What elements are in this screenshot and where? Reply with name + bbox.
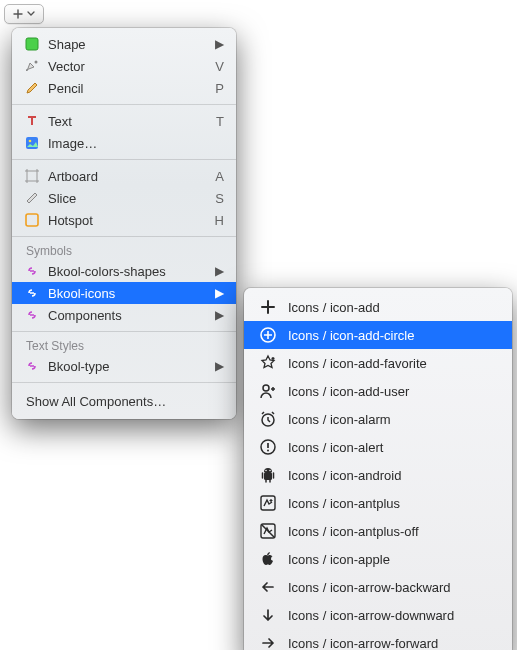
submenu-item-label: Icons / icon-apple <box>288 552 390 567</box>
submenu-item-label: Icons / icon-android <box>288 468 401 483</box>
vector-pen-icon <box>24 58 40 74</box>
menu-item-shortcut: S <box>215 191 224 206</box>
menu-item-slice[interactable]: SliceS <box>12 187 236 209</box>
svg-rect-5 <box>26 214 38 226</box>
svg-rect-0 <box>26 38 38 50</box>
symbol-link-icon <box>24 307 40 323</box>
submenu-item-label: Icons / icon-alarm <box>288 412 391 427</box>
menu-item-label: Slice <box>48 191 207 206</box>
menu-item-components[interactable]: Components▶ <box>12 304 236 326</box>
submenu-item-label: Icons / icon-arrow-forward <box>288 636 438 651</box>
menu-item-label: Bkool-icons <box>48 286 207 301</box>
svg-point-12 <box>265 470 267 472</box>
menu-item-shortcut: V <box>215 59 224 74</box>
menu-item-shape[interactable]: Shape▶ <box>12 33 236 55</box>
icon-android-icon <box>258 465 278 485</box>
menu-item-image-[interactable]: Image… <box>12 132 236 154</box>
submenu-item-icon-arrow-forward[interactable]: Icons / icon-arrow-forward <box>244 629 512 650</box>
submenu-item-label: Icons / icon-add-favorite <box>288 356 427 371</box>
insert-button[interactable] <box>4 4 44 24</box>
icon-add-icon <box>258 297 278 317</box>
chevron-right-icon: ▶ <box>215 359 224 373</box>
menu-item-label: Vector <box>48 59 207 74</box>
icon-antplus-icon <box>258 493 278 513</box>
svg-point-1 <box>35 61 38 64</box>
submenu-item-icon-antplus-off[interactable]: Icons / icon-antplus-off <box>244 517 512 545</box>
submenu-item-icon-alarm[interactable]: Icons / icon-alarm <box>244 405 512 433</box>
icon-add-favorite-icon <box>258 353 278 373</box>
submenu-item-label: Icons / icon-antplus <box>288 496 400 511</box>
chevron-right-icon: ▶ <box>215 308 224 322</box>
bkool-icons-submenu: Icons / icon-addIcons / icon-add-circleI… <box>244 288 512 650</box>
submenu-item-label: Icons / icon-add <box>288 300 380 315</box>
submenu-item-icon-add-user[interactable]: Icons / icon-add-user <box>244 377 512 405</box>
text-icon <box>24 113 40 129</box>
image-icon <box>24 135 40 151</box>
menu-item-artboard[interactable]: ArtboardA <box>12 165 236 187</box>
menu-item-label: Artboard <box>48 169 207 184</box>
shape-square-icon <box>24 36 40 52</box>
icon-arrow-forward-icon <box>258 633 278 650</box>
submenu-item-icon-add-circle[interactable]: Icons / icon-add-circle <box>244 321 512 349</box>
menu-item-label: Pencil <box>48 81 207 96</box>
submenu-item-icon-arrow-backward[interactable]: Icons / icon-arrow-backward <box>244 573 512 601</box>
menu-item-bkool-icons[interactable]: Bkool-icons▶ <box>12 282 236 304</box>
submenu-item-label: Icons / icon-add-user <box>288 384 409 399</box>
menu-item-label: Image… <box>48 136 224 151</box>
menu-item-bkool-type[interactable]: Bkool-type▶ <box>12 355 236 377</box>
chevron-right-icon: ▶ <box>215 37 224 51</box>
chevron-right-icon: ▶ <box>215 286 224 300</box>
symbol-link-icon <box>24 285 40 301</box>
icon-add-user-icon <box>258 381 278 401</box>
submenu-item-icon-apple[interactable]: Icons / icon-apple <box>244 545 512 573</box>
submenu-item-icon-add-favorite[interactable]: Icons / icon-add-favorite <box>244 349 512 377</box>
menu-item-shortcut: A <box>215 169 224 184</box>
menu-item-shortcut: P <box>215 81 224 96</box>
menu-separator <box>12 382 236 383</box>
slice-icon <box>24 190 40 206</box>
menu-item-label: Shape <box>48 37 207 52</box>
icon-add-circle-icon <box>258 325 278 345</box>
icon-alert-icon <box>258 437 278 457</box>
menu-separator <box>12 159 236 160</box>
show-all-components[interactable]: Show All Components… <box>12 388 236 413</box>
submenu-item-icon-arrow-downward[interactable]: Icons / icon-arrow-downward <box>244 601 512 629</box>
menu-item-text[interactable]: TextT <box>12 110 236 132</box>
svg-point-7 <box>263 385 269 391</box>
show-all-label: Show All Components… <box>26 394 166 409</box>
textstyles-header: Text Styles <box>12 337 236 355</box>
menu-item-label: Hotspot <box>48 213 207 228</box>
menu-item-label: Text <box>48 114 208 129</box>
menu-separator <box>12 104 236 105</box>
submenu-item-label: Icons / icon-arrow-downward <box>288 608 454 623</box>
svg-point-13 <box>269 470 271 472</box>
hotspot-icon <box>24 212 40 228</box>
chevron-down-icon <box>27 11 35 17</box>
submenu-item-icon-antplus[interactable]: Icons / icon-antplus <box>244 489 512 517</box>
menu-item-pencil[interactable]: PencilP <box>12 77 236 99</box>
svg-point-3 <box>29 140 32 143</box>
menu-item-hotspot[interactable]: HotspotH <box>12 209 236 231</box>
pencil-icon <box>24 80 40 96</box>
menu-separator <box>12 331 236 332</box>
symbol-link-icon <box>24 358 40 374</box>
menu-item-label: Bkool-colors-shapes <box>48 264 207 279</box>
submenu-item-label: Icons / icon-arrow-backward <box>288 580 451 595</box>
menu-item-shortcut: T <box>216 114 224 129</box>
plus-icon <box>13 9 23 19</box>
submenu-item-icon-android[interactable]: Icons / icon-android <box>244 461 512 489</box>
submenu-item-label: Icons / icon-add-circle <box>288 328 414 343</box>
submenu-item-icon-add[interactable]: Icons / icon-add <box>244 293 512 321</box>
submenu-item-icon-alert[interactable]: Icons / icon-alert <box>244 433 512 461</box>
symbols-header: Symbols <box>12 242 236 260</box>
svg-rect-11 <box>264 472 272 480</box>
menu-item-label: Bkool-type <box>48 359 207 374</box>
submenu-item-label: Icons / icon-antplus-off <box>288 524 419 539</box>
icon-arrow-backward-icon <box>258 577 278 597</box>
insert-menu: Shape▶VectorVPencilPTextTImage…ArtboardA… <box>12 28 236 419</box>
menu-item-vector[interactable]: VectorV <box>12 55 236 77</box>
menu-item-bkool-colors-shapes[interactable]: Bkool-colors-shapes▶ <box>12 260 236 282</box>
svg-point-10 <box>267 450 269 452</box>
icon-apple-icon <box>258 549 278 569</box>
chevron-right-icon: ▶ <box>215 264 224 278</box>
